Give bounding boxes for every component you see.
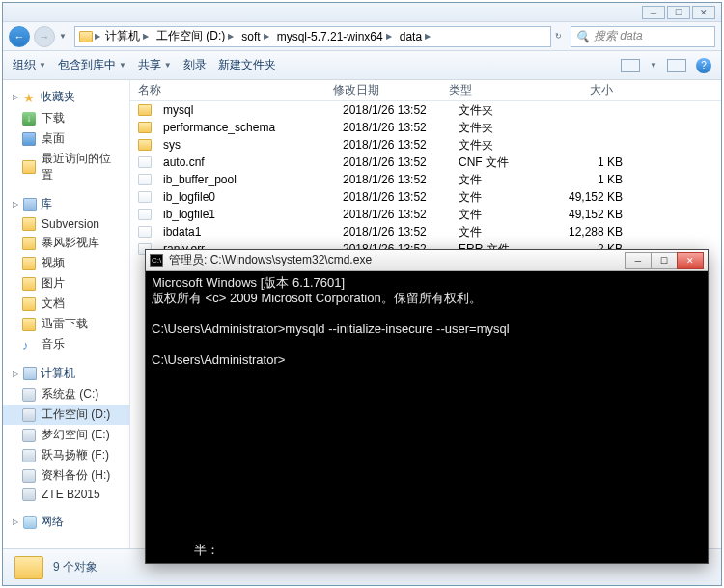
file-icon [138,174,152,185]
device-icon [22,488,36,501]
col-type[interactable]: 类型 [449,82,536,98]
breadcrumb-soft[interactable]: soft▶ [238,30,271,43]
cmd-maximize-button[interactable]: ☐ [651,252,678,269]
folder-icon [22,217,36,231]
organize-menu[interactable]: 组织 ▼ [13,57,46,73]
col-date[interactable]: 修改日期 [333,82,449,98]
search-placeholder: 搜索 data [594,28,643,44]
cmd-close-button[interactable]: ✕ [677,252,704,269]
file-row[interactable]: ib_logfile02018/1/26 13:52文件49,152 KB [130,188,721,206]
file-row[interactable]: performance_schema2018/1/26 13:52文件夹 [130,119,721,136]
folder-icon [79,31,93,42]
sidebar-item-svn[interactable]: Subversion [3,215,129,233]
cmd-icon: C:\ [150,254,163,267]
video-icon [22,257,36,270]
back-button[interactable]: ← [9,26,30,47]
sidebar: ▷★收藏夹 下载 桌面 最近访问的位置 ▷库 Subversion 暴风影视库 … [3,80,130,566]
file-row[interactable]: mysql2018/1/26 13:52文件夹 [130,101,721,119]
library-icon [23,198,37,211]
col-size[interactable]: 大小 [536,82,623,98]
sidebar-item-c[interactable]: 系统盘 (C:) [3,384,129,405]
cmd-window[interactable]: C:\ 管理员: C:\Windows\system32\cmd.exe ─ ☐… [145,249,709,564]
disk-icon [22,429,36,442]
cmd-ime-status: 半： [194,542,219,559]
file-row[interactable]: ib_logfile12018/1/26 13:52文件49,152 KB [130,206,721,223]
breadcrumb-data[interactable]: data▶ [397,30,433,43]
search-icon: 🔍 [575,30,590,43]
disk-icon [22,469,36,483]
maximize-button[interactable]: ☐ [667,6,690,19]
chevron-right-icon: ▶ [95,32,100,41]
cmd-minimize-button[interactable]: ─ [625,252,652,269]
cmd-titlebar[interactable]: C:\ 管理员: C:\Windows\system32\cmd.exe ─ ☐… [146,250,708,271]
disk-icon [22,449,36,462]
file-icon [138,226,152,238]
history-dropdown[interactable]: ▼ [59,32,70,41]
help-button[interactable]: ? [696,58,711,73]
toolbar: 组织 ▼ 包含到库中 ▼ 共享 ▼ 刻录 新建文件夹 ▼ ? [3,51,721,80]
disk-icon [22,408,36,422]
titlebar: ─ ☐ ✕ [3,3,721,22]
download-icon [22,112,36,126]
close-button[interactable]: ✕ [692,6,715,19]
search-input[interactable]: 🔍 搜索 data [571,26,715,47]
sidebar-item-music[interactable]: ♪音乐 [3,334,129,354]
sidebar-item-videos[interactable]: 视频 [3,253,129,273]
sidebar-item-baofeng[interactable]: 暴风影视库 [3,233,129,253]
network-icon [23,516,37,529]
sidebar-item-d[interactable]: 工作空间 (D:) [3,405,129,425]
cmd-output[interactable]: Microsoft Windows [版本 6.1.7601] 版权所有 <c>… [146,271,708,372]
minimize-button[interactable]: ─ [642,6,665,19]
music-icon: ♪ [22,338,36,351]
folder-icon [22,237,36,250]
burn-button[interactable]: 刻录 [183,57,207,73]
breadcrumb-d[interactable]: 工作空间 (D:)▶ [153,28,237,44]
share-menu[interactable]: 共享 ▼ [138,57,172,73]
sidebar-item-h[interactable]: 资料备份 (H:) [3,465,129,486]
file-row[interactable]: ib_buffer_pool2018/1/26 13:52文件1 KB [130,171,721,188]
star-icon: ★ [23,91,37,104]
preview-pane-button[interactable] [667,59,686,72]
view-options-button[interactable] [621,59,640,72]
computer-group[interactable]: ▷计算机 [3,362,129,384]
sidebar-item-f[interactable]: 跃马扬鞭 (F:) [3,445,129,465]
folder-icon [22,318,36,331]
sidebar-item-pictures[interactable]: 图片 [3,273,129,294]
computer-icon [23,367,37,380]
folder-icon [138,139,152,151]
forward-button[interactable]: → [34,26,55,47]
sidebar-item-downloads[interactable]: 下载 [3,108,129,128]
favorites-group[interactable]: ▷★收藏夹 [3,86,129,108]
sidebar-item-zte[interactable]: ZTE B2015 [3,486,129,503]
address-bar[interactable]: ▶ 计算机▶ 工作空间 (D:)▶ soft▶ mysql-5.7.21-win… [74,26,551,47]
folder-icon [138,122,152,133]
include-library-menu[interactable]: 包含到库中 ▼ [58,57,126,73]
sidebar-item-xunlei[interactable]: 迅雷下载 [3,314,129,334]
navbar: ← → ▼ ▶ 计算机▶ 工作空间 (D:)▶ soft▶ mysql-5.7.… [3,22,721,51]
libraries-group[interactable]: ▷库 [3,193,129,215]
sidebar-item-recent[interactable]: 最近访问的位置 [3,149,129,185]
file-row[interactable]: auto.cnf2018/1/26 13:52CNF 文件1 KB [130,154,721,171]
file-icon [138,191,152,203]
file-row[interactable]: sys2018/1/26 13:52文件夹 [130,136,721,154]
file-icon [138,209,152,220]
view-dropdown[interactable]: ▼ [650,61,657,70]
refresh-button[interactable]: ↻ [555,32,567,41]
network-group[interactable]: ▷网络 [3,511,129,533]
file-icon [138,156,152,168]
recent-icon [22,160,36,174]
cmd-title: 管理员: C:\Windows\system32\cmd.exe [169,252,620,268]
sidebar-item-e[interactable]: 梦幻空间 (E:) [3,425,129,445]
folder-icon [14,556,43,579]
column-headers: 名称 修改日期 类型 大小 [130,80,721,101]
breadcrumb-mysql[interactable]: mysql-5.7.21-winx64▶ [274,30,395,43]
file-row[interactable]: ibdata12018/1/26 13:52文件12,288 KB [130,223,721,240]
col-name[interactable]: 名称 [130,82,333,98]
sidebar-item-desktop[interactable]: 桌面 [3,128,129,149]
breadcrumb-computer[interactable]: 计算机▶ [102,28,152,44]
new-folder-button[interactable]: 新建文件夹 [218,57,276,73]
folder-icon [138,104,152,116]
desktop-icon [22,132,36,146]
document-icon [22,297,36,311]
sidebar-item-documents[interactable]: 文档 [3,294,129,314]
